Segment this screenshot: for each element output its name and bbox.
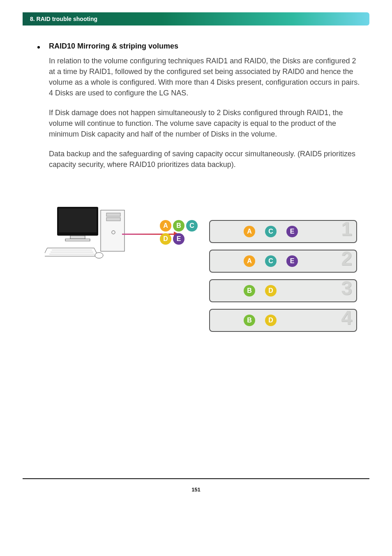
svg-rect-1: [59, 208, 97, 232]
data-block: B: [244, 285, 255, 297]
data-block: A: [244, 226, 255, 237]
source-row: ABC: [159, 219, 208, 232]
computer-icon: [45, 203, 131, 266]
data-block: E: [286, 255, 298, 267]
disk-2: A C E 2: [209, 250, 357, 273]
section-heading: RAID10 Mirroring & striping volumes: [49, 42, 178, 51]
data-block: A: [244, 255, 255, 267]
data-block: D: [265, 285, 277, 297]
section-heading-row: RAID10 Mirroring & striping volumes: [37, 42, 361, 51]
svg-rect-5: [106, 213, 120, 216]
raid10-diagram: ABC DE A C E 1 A C E 2: [37, 207, 361, 347]
paragraph: If Disk damage does not happen simultane…: [49, 107, 361, 139]
data-block: E: [173, 233, 184, 245]
data-block: C: [265, 255, 277, 267]
page-number: 151: [191, 486, 201, 493]
page-footer: 151: [23, 478, 369, 493]
data-block: D: [265, 315, 277, 326]
data-block: B: [244, 315, 255, 326]
svg-rect-6: [106, 218, 120, 221]
disk-3: B D 3: [209, 279, 357, 302]
disk-number: 2: [341, 249, 352, 269]
disk-1: A C E 1: [209, 220, 357, 243]
disk-stack: A C E 1 A C E 2 B D 3 B D: [209, 220, 357, 332]
data-block: D: [160, 233, 171, 245]
chapter-header: 8. RAID trouble shooting: [23, 12, 369, 25]
source-data-letters: ABC DE: [159, 219, 208, 246]
paragraph: In relation to the volume configuring te…: [49, 56, 361, 98]
bullet-icon: [37, 46, 40, 49]
disk-number: 4: [341, 308, 352, 328]
chapter-title: 8. RAID trouble shooting: [30, 16, 97, 22]
svg-rect-2: [70, 236, 85, 239]
svg-rect-3: [65, 239, 90, 241]
disk-number: 3: [341, 278, 352, 298]
disk-number: 1: [341, 219, 352, 239]
data-block: B: [173, 220, 184, 232]
document-page: 8. RAID trouble shooting RAID10 Mirrorin…: [0, 12, 392, 509]
content-area: RAID10 Mirroring & striping volumes In r…: [23, 42, 369, 347]
svg-point-12: [95, 253, 103, 258]
disk-4: B D 4: [209, 309, 357, 332]
source-row: DE: [159, 232, 208, 246]
data-block: E: [286, 226, 298, 237]
paragraph: Data backup and the safeguarding of savi…: [49, 148, 361, 170]
data-block: C: [265, 226, 277, 237]
data-block: A: [160, 220, 171, 232]
data-block: C: [186, 220, 198, 232]
